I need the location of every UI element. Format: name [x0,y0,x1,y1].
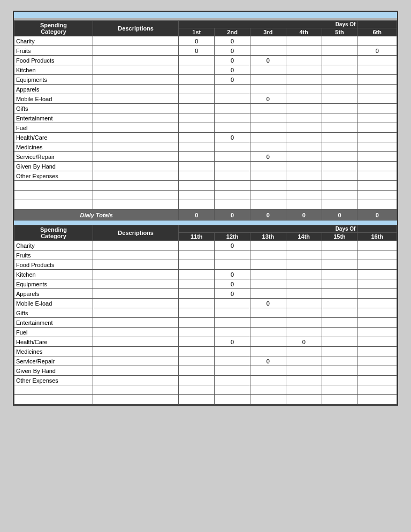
value-cell [215,318,250,328]
desc-cell [93,250,179,260]
value-cell [322,318,357,328]
section1: SpendingCategory Descriptions Days Of 1s… [14,20,397,221]
desc-cell [93,152,179,162]
value-cell [215,395,250,405]
value-cell [286,395,322,405]
col-14th: 14th [286,233,322,241]
category-cell: Food Products [14,260,93,270]
desc-cell [93,328,179,337]
table-row: Fuel [14,123,397,133]
desc-cell [93,299,179,308]
category-cell [14,200,93,210]
value-cell: 0 [215,337,250,347]
value-cell [322,270,357,279]
value-cell [215,308,250,318]
value-cell [357,366,397,376]
category-cell: Gifts [14,104,93,113]
value-cell [357,75,397,85]
value-cell [322,162,357,171]
desc-cell [93,36,179,46]
value-cell: 0 [215,289,250,299]
value-cell [357,376,397,385]
value-cell [179,366,215,376]
value-cell [322,85,357,94]
desc-cell [93,395,179,405]
value-cell [357,65,397,75]
value-cell [322,299,357,308]
table-row: Given By Hand [14,366,397,376]
value-cell: 0 [250,94,286,104]
value-cell [250,191,286,200]
value-cell [357,250,397,260]
value-cell [215,385,250,395]
table-row: Fuel [14,328,397,337]
value-cell [286,94,322,104]
s2-16th-header [357,225,397,233]
desc-cell [93,94,179,104]
col-12th: 12th [215,233,250,241]
col-2nd: 2nd [215,28,250,36]
value-cell [215,347,250,356]
category-cell: Health/Care [14,133,93,142]
value-cell [357,328,397,337]
value-cell [179,328,215,337]
category-cell: Entertainment [14,113,93,123]
desc-cell [93,241,179,250]
value-cell [179,279,215,289]
value-cell [286,142,322,152]
category-cell: Other Expenses [14,171,93,181]
value-cell [357,279,397,289]
category-cell: Fuel [14,328,93,337]
section2-table: SpendingCategory Descriptions Days Of 11… [14,225,397,405]
value-cell [250,337,286,347]
table-row: Mobile E-load0 [14,299,397,308]
value-cell [250,279,286,289]
value-cell [322,152,357,162]
totals-label: Dialy Totals [14,210,179,221]
desc-cell [93,56,179,65]
category-cell: Kitchen [14,270,93,279]
value-cell [179,123,215,133]
value-cell [179,152,215,162]
value-cell [286,75,322,85]
value-cell [179,270,215,279]
value-cell [250,366,286,376]
value-cell [179,162,215,171]
value-cell [322,289,357,299]
category-cell: Service/Repair [14,356,93,366]
section-gap [14,221,397,225]
value-cell [250,241,286,250]
value-cell [179,241,215,250]
table-row: Charity0 [14,241,397,250]
value-cell: 0 [215,133,250,142]
value-cell [215,162,250,171]
value-cell [357,356,397,366]
category-cell: Kitchen [14,65,93,75]
value-cell [357,142,397,152]
value-cell [322,395,357,405]
desc-cell [93,385,179,395]
value-cell [250,308,286,318]
col-15th: 15th [322,233,357,241]
category-cell: Food Products [14,56,93,65]
value-cell [215,152,250,162]
desc-cell [93,308,179,318]
value-cell: 0 [250,152,286,162]
value-cell [322,133,357,142]
value-cell [357,113,397,123]
value-cell [215,181,250,191]
value-cell [250,270,286,279]
desc-cell [93,289,179,299]
desc-cell [93,376,179,385]
table-row: Medicines [14,142,397,152]
desc-cell [93,200,179,210]
desc-cell [93,337,179,347]
value-cell [250,376,286,385]
value-cell [322,181,357,191]
value-cell [322,65,357,75]
value-cell [286,123,322,133]
total-1st: 0 [179,210,215,221]
value-cell [179,289,215,299]
value-cell [179,395,215,405]
col-16th: 16th [357,233,397,241]
